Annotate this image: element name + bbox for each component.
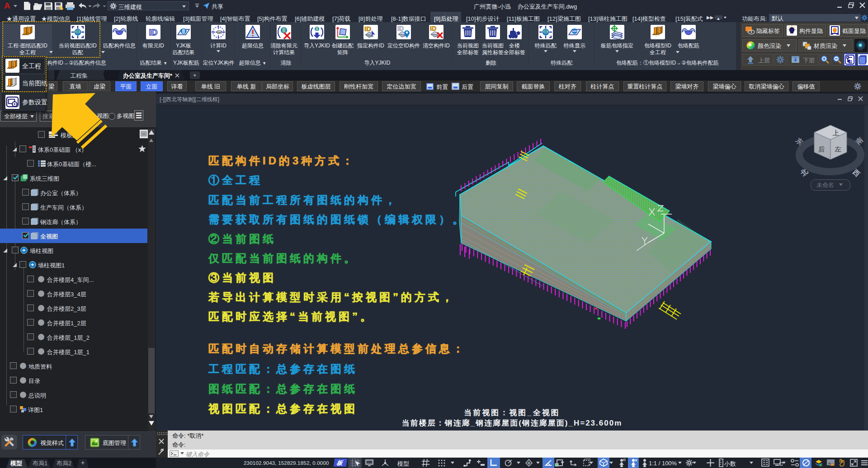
svg-text:上: 上 [832, 129, 839, 136]
svg-text:ID: ID [149, 28, 158, 37]
svg-text:左: 左 [835, 145, 841, 153]
svg-text:ID: ID [397, 25, 404, 32]
svg-text:ID: ID [364, 25, 371, 33]
svg-text:ID: ID [430, 25, 436, 32]
svg-text:后: 后 [818, 145, 825, 153]
